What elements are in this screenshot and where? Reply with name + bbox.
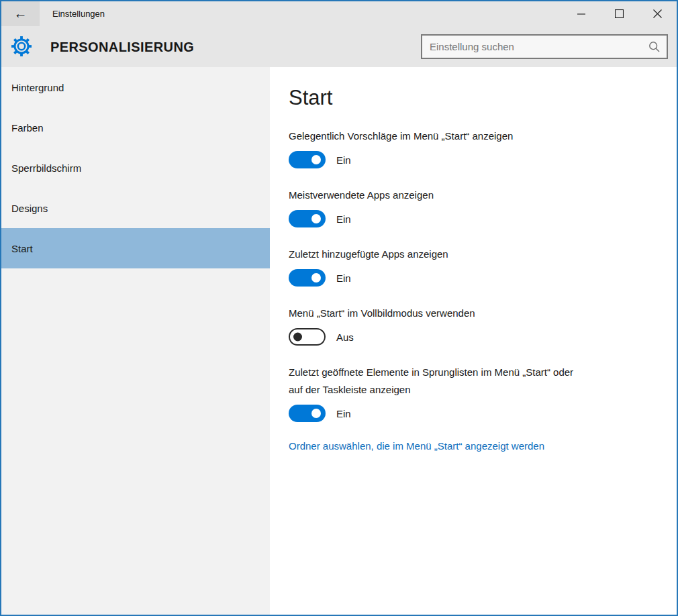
toggle-switch-3[interactable] bbox=[289, 269, 326, 287]
toggle-row: Aus bbox=[289, 328, 657, 346]
gear-icon bbox=[10, 35, 33, 60]
toggle-knob bbox=[293, 333, 302, 342]
minimize-button[interactable] bbox=[562, 1, 600, 26]
back-arrow-icon: ← bbox=[14, 6, 28, 21]
toggle-knob bbox=[311, 155, 321, 164]
setting-label: Menü „Start“ im Vollbildmodus verwenden bbox=[289, 305, 655, 322]
choose-folders-link[interactable]: Ordner auswählen, die im Menü „Start“ an… bbox=[289, 440, 544, 452]
search-box bbox=[421, 34, 668, 59]
toggle-switch-2[interactable] bbox=[289, 210, 326, 227]
sidebar-item-farben[interactable]: Farben bbox=[1, 107, 270, 148]
close-icon bbox=[653, 9, 662, 18]
toggle-row: Ein bbox=[289, 405, 657, 422]
setting-group: Gelegentlich Vorschläge im Menü „Start“ … bbox=[289, 127, 657, 168]
page-title: PERSONALISIERUNG bbox=[50, 39, 194, 54]
toggle-state-label: Ein bbox=[336, 272, 351, 284]
toggle-knob bbox=[311, 409, 321, 418]
sidebar-item-label: Start bbox=[11, 243, 33, 254]
toggle-switch-4[interactable] bbox=[289, 328, 326, 346]
setting-label: Gelegentlich Vorschläge im Menü „Start“ … bbox=[289, 127, 655, 145]
toggle-state-label: Ein bbox=[336, 408, 351, 419]
window-controls bbox=[562, 1, 677, 26]
setting-group: Zuletzt geöffnete Elemente in Sprunglist… bbox=[289, 364, 657, 422]
maximize-button[interactable] bbox=[600, 1, 638, 26]
setting-label: Zuletzt hinzugefügte Apps anzeigen bbox=[289, 246, 655, 263]
toggle-knob bbox=[311, 214, 321, 223]
close-button[interactable] bbox=[638, 1, 677, 26]
sidebar-item-hintergrund[interactable]: Hintergrund bbox=[1, 67, 270, 107]
back-button[interactable]: ← bbox=[1, 1, 40, 26]
toggle-row: Ein bbox=[289, 210, 657, 227]
sidebar-item-label: Hintergrund bbox=[11, 82, 64, 93]
minimize-icon bbox=[577, 10, 585, 18]
setting-group: Meistverwendete Apps anzeigenEin bbox=[289, 187, 657, 227]
titlebar: ← Einstellungen bbox=[1, 1, 677, 26]
settings-list: Gelegentlich Vorschläge im Menü „Start“ … bbox=[289, 127, 657, 422]
page-header: PERSONALISIERUNG bbox=[1, 26, 677, 67]
sidebar-item-label: Farben bbox=[11, 122, 44, 134]
toggle-state-label: Aus bbox=[336, 331, 354, 343]
toggle-row: Ein bbox=[289, 151, 657, 168]
setting-label: Zuletzt geöffnete Elemente in Sprunglist… bbox=[289, 364, 655, 399]
content-heading: Start bbox=[289, 86, 657, 110]
toggle-state-label: Ein bbox=[336, 213, 351, 225]
search-input[interactable] bbox=[422, 36, 667, 58]
sidebar-item-designs[interactable]: Designs bbox=[1, 188, 270, 228]
maximize-icon bbox=[615, 9, 624, 18]
sidebar-item-label: Sperrbildschirm bbox=[11, 162, 81, 174]
main-area: HintergrundFarbenSperrbildschirmDesignsS… bbox=[1, 67, 677, 615]
settings-window: ← Einstellungen bbox=[0, 0, 678, 616]
toggle-knob bbox=[311, 273, 321, 283]
sidebar-item-start[interactable]: Start bbox=[1, 228, 270, 268]
setting-group: Menü „Start“ im Vollbildmodus verwendenA… bbox=[289, 305, 657, 346]
toggle-state-label: Ein bbox=[336, 154, 351, 166]
sidebar-item-label: Designs bbox=[11, 203, 48, 214]
toggle-row: Ein bbox=[289, 269, 657, 287]
search-icon[interactable] bbox=[648, 41, 661, 53]
sidebar-item-sperrbildschirm[interactable]: Sperrbildschirm bbox=[1, 148, 270, 188]
content-pane: Start Gelegentlich Vorschläge im Menü „S… bbox=[270, 67, 677, 615]
toggle-switch-1[interactable] bbox=[289, 151, 326, 168]
sidebar-nav: HintergrundFarbenSperrbildschirmDesignsS… bbox=[1, 67, 270, 615]
setting-label: Meistverwendete Apps anzeigen bbox=[289, 187, 655, 204]
setting-group: Zuletzt hinzugefügte Apps anzeigenEin bbox=[289, 246, 657, 287]
window-title: Einstellungen bbox=[52, 9, 105, 19]
toggle-switch-5[interactable] bbox=[289, 405, 326, 422]
